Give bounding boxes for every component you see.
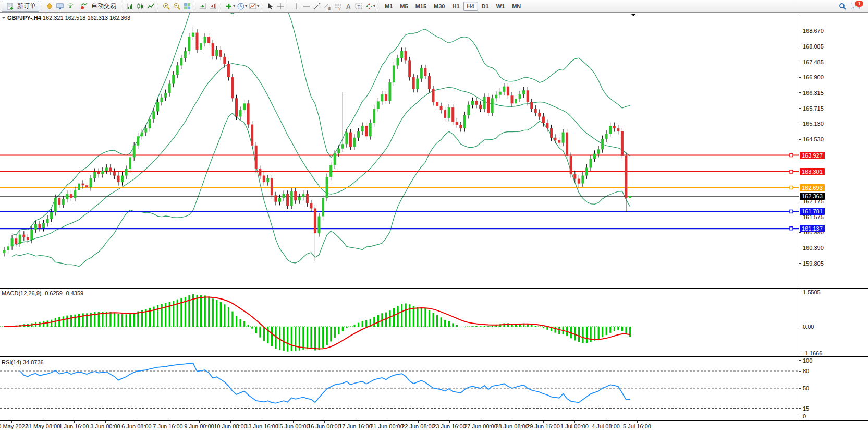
- toolbar-separator: [377, 2, 380, 10]
- current-price-label: 162.363: [800, 193, 825, 200]
- zoom-out-icon[interactable]: [172, 1, 182, 11]
- macd-panel[interactable]: MACD(12,26,9) -0.6259 -0.4359: [0, 289, 799, 356]
- dropdown-caret-icon[interactable]: ▾: [373, 4, 375, 8]
- time-label: 5 Jul 16:00: [616, 423, 658, 429]
- svg-text:F: F: [339, 7, 341, 10]
- price-tick: 165.715: [799, 105, 824, 112]
- price-tick: 168.670: [799, 28, 824, 34]
- hline-price-label[interactable]: 162.693: [800, 184, 825, 191]
- timeframe-w1-button[interactable]: W1: [493, 2, 509, 11]
- tile-windows-icon[interactable]: [182, 1, 192, 11]
- toolbar-separator: [121, 2, 123, 10]
- templates-icon[interactable]: [248, 1, 258, 11]
- trendline-icon[interactable]: [312, 1, 322, 11]
- indicators-icon[interactable]: [224, 1, 234, 11]
- notification-badge: 1: [855, 1, 863, 7]
- search-icon[interactable]: [837, 1, 848, 11]
- toolbar-separator: [220, 2, 222, 10]
- rsi-tick: 15: [799, 405, 809, 412]
- price-tick: 160.390: [799, 245, 824, 252]
- time-axis[interactable]: 30 May 202231 May 08:001 Jun 16:003 Jun …: [0, 421, 868, 431]
- price-tick: 168.085: [799, 43, 824, 50]
- ohlc-values-label: 162.321 162.518 162.313 162.363: [43, 15, 130, 21]
- notifications-button[interactable]: 1: [851, 1, 862, 11]
- rsi-axis[interactable]: 1008050150: [799, 357, 868, 420]
- crosshair-icon[interactable]: [275, 1, 286, 11]
- timeframe-m30-button[interactable]: M30: [430, 2, 448, 11]
- hline-price-label[interactable]: 163.301: [800, 168, 825, 175]
- toolbar: 新订单自动交易▾▾▾EFAT▾M1M5M15M30H1H4D1W1MN1: [0, 0, 868, 13]
- svg-text:A: A: [346, 3, 351, 10]
- metaeditor-icon[interactable]: [44, 1, 55, 11]
- autotrading-button-label: 自动交易: [91, 2, 116, 10]
- chart-shift-marker[interactable]: [631, 14, 636, 19]
- new-order-button[interactable]: 新订单: [2, 1, 39, 12]
- arrows-icon[interactable]: [364, 1, 374, 11]
- macd-label: MACD(12,26,9) -0.6259 -0.4359: [2, 290, 83, 296]
- timeframe-m5-button[interactable]: M5: [396, 2, 411, 11]
- dropdown-caret-icon[interactable]: ▾: [257, 4, 259, 8]
- hline-price-label[interactable]: 161.137: [800, 225, 825, 232]
- macd-tick: 1.5505: [799, 289, 821, 295]
- timeframe-m15-button[interactable]: M15: [412, 2, 430, 11]
- toolbar-separator: [287, 2, 289, 10]
- macd-tick: -1.1666: [799, 350, 822, 356]
- price-tick: 164.530: [799, 136, 824, 143]
- svg-text:E: E: [328, 7, 331, 10]
- equidistant-channel-icon[interactable]: E: [322, 1, 333, 11]
- chart-shift-icon[interactable]: [208, 1, 218, 11]
- timeframe-mn-button[interactable]: MN: [508, 2, 524, 11]
- candlestick-chart-icon[interactable]: [135, 1, 145, 11]
- hline-price-label[interactable]: 161.781: [800, 208, 825, 215]
- rsi-tick: 80: [799, 368, 809, 375]
- rsi-tick: 0: [799, 413, 806, 420]
- zoom-in-icon[interactable]: [161, 1, 172, 11]
- horizontal-line-icon[interactable]: [301, 1, 312, 11]
- rsi-tick: 50: [799, 385, 809, 392]
- text-label-icon[interactable]: T: [353, 1, 364, 11]
- price-tick: 166.315: [799, 89, 824, 96]
- symbol-period-label: GBPJPY-,H4: [7, 15, 41, 21]
- dropdown-caret-icon[interactable]: ▾: [233, 4, 235, 8]
- timeframe-m1-button[interactable]: M1: [381, 2, 396, 11]
- rsi-canvas[interactable]: [0, 357, 799, 420]
- price-chart-panel[interactable]: GBPJPY-,H4 162.321 162.518 162.313 162.3…: [0, 13, 799, 288]
- rsi-panel[interactable]: RSI(14) 34.8736: [0, 357, 799, 420]
- auto-scroll-icon[interactable]: [198, 1, 208, 11]
- bar-chart-icon[interactable]: [125, 1, 135, 11]
- fibonacci-icon[interactable]: F: [333, 1, 343, 11]
- hline-price-label[interactable]: 163.927: [800, 152, 825, 159]
- chart-ohlc-label: GBPJPY-,H4 162.321 162.518 162.313 162.3…: [2, 15, 130, 21]
- line-chart-icon[interactable]: [145, 1, 156, 11]
- toolbar-separator: [194, 2, 196, 10]
- dropdown-caret-icon[interactable]: ▾: [245, 4, 247, 8]
- toolbar-separator: [261, 2, 263, 10]
- autotrading-button[interactable]: 自动交易: [76, 1, 119, 12]
- mt4-window: 新订单自动交易▾▾▾EFAT▾M1M5M15M30H1H4D1W1MN1 GBP…: [0, 0, 868, 431]
- rsi-tick: 100: [799, 357, 812, 364]
- price-axis[interactable]: 168.670168.085167.485166.900166.315165.7…: [799, 13, 868, 288]
- new-order-icon: [5, 1, 15, 11]
- chevron-down-icon[interactable]: [2, 17, 6, 21]
- chart-window: GBPJPY-,H4 162.321 162.518 162.313 162.3…: [0, 13, 868, 431]
- timeframe-h1-button[interactable]: H1: [448, 2, 463, 11]
- text-icon[interactable]: A: [343, 1, 353, 11]
- timeframe-d1-button[interactable]: D1: [478, 2, 493, 11]
- terminal-icon[interactable]: [55, 1, 65, 11]
- svg-text:T: T: [358, 4, 361, 9]
- vertical-line-icon[interactable]: [291, 1, 301, 11]
- toolbar-separator: [41, 2, 43, 10]
- cursor-icon[interactable]: [265, 1, 275, 11]
- toolbar-right-group: 1: [837, 1, 866, 11]
- macd-canvas[interactable]: [0, 289, 799, 356]
- price-tick: 159.805: [799, 260, 824, 267]
- timeframe-h4-button[interactable]: H4: [463, 2, 478, 11]
- signals-icon[interactable]: [65, 1, 76, 11]
- periods-icon[interactable]: [236, 1, 246, 11]
- macd-axis[interactable]: 1.55050.00-1.1666: [799, 289, 868, 356]
- price-chart-canvas[interactable]: [0, 13, 799, 288]
- new-order-button-label: 新订单: [17, 2, 36, 10]
- price-tick: 167.485: [799, 58, 824, 65]
- price-tick: 165.130: [799, 121, 824, 127]
- toolbar-separator: [157, 2, 160, 10]
